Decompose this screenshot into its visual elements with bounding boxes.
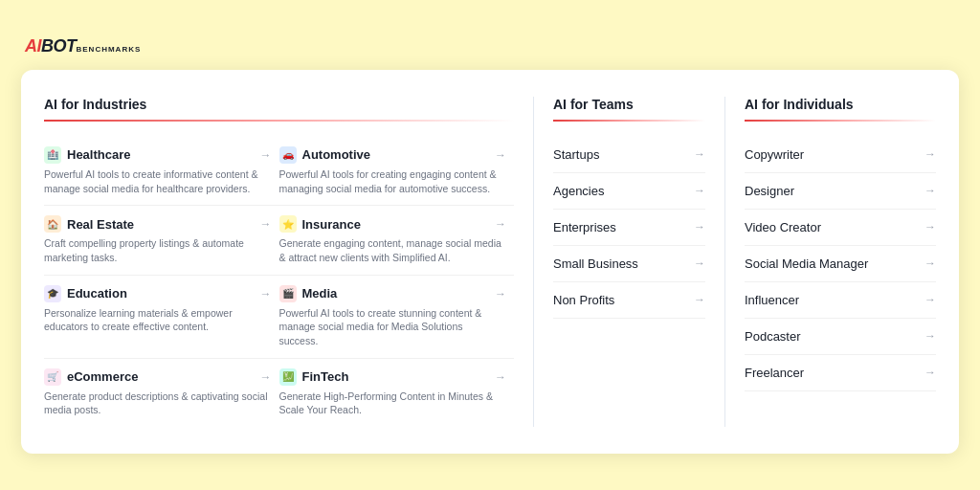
industry-fintech-name: FinTech [302,369,349,384]
teams-divider [553,120,705,122]
realestate-icon: 🏠 [44,215,61,233]
industry-realestate-name: Real Estate [67,217,134,232]
automotive-arrow: → [495,148,506,162]
industry-education-name: Education [67,286,127,301]
industry-healthcare-header: 🏥 Healthcare → [44,146,272,164]
fintech-arrow: → [495,370,506,384]
individual-social-media-manager-label: Social Media Manager [745,256,868,271]
team-agencies-label: Agencies [553,184,604,198]
individuals-section: AI for Individuals Copywriter → Designer… [725,97,936,427]
automotive-desc: Powerful AI tools for creating engaging … [279,167,507,195]
healthcare-icon: 🏥 [44,146,61,164]
logo-bar: AIBOT BENCHMARKS [21,36,959,56]
individual-social-media-manager[interactable]: Social Media Manager → [745,246,936,282]
individual-designer-label: Designer [745,184,794,198]
industry-ecommerce-name: eCommerce [67,369,138,384]
realestate-arrow: → [260,217,272,231]
industry-automotive[interactable]: 🚗 Automotive → Powerful AI tools for cre… [279,137,515,206]
copywriter-arrow: → [924,147,936,161]
insurance-icon: ⭐ [279,215,297,233]
individual-influencer-label: Influencer [745,293,799,307]
industry-insurance[interactable]: ⭐ Insurance → Generate engaging content,… [279,206,515,275]
industry-healthcare-name: Healthcare [67,147,130,162]
industry-automotive-name: Automotive [302,147,371,162]
industry-healthcare[interactable]: 🏥 Healthcare → Powerful AI tools to crea… [44,137,279,206]
logo-ai: AI [25,36,41,56]
industry-fintech-header: 💹 FinTech → [279,368,507,386]
individual-video-creator[interactable]: Video Creator → [745,210,936,246]
healthcare-arrow: → [260,148,272,162]
team-small-business-label: Small Business [553,256,638,271]
industry-fintech[interactable]: 💹 FinTech → Generate High-Performing Con… [279,359,515,427]
team-non-profits[interactable]: Non Profits → [553,282,705,319]
individual-video-creator-label: Video Creator [745,220,821,234]
industry-education-header: 🎓 Education → [44,285,272,302]
individual-designer[interactable]: Designer → [745,173,936,210]
individual-copywriter-label: Copywriter [745,147,804,162]
industries-grid: 🏥 Healthcare → Powerful AI tools to crea… [44,137,514,427]
freelancer-arrow: → [924,366,936,379]
industries-title: AI for Industries [44,97,514,112]
team-agencies[interactable]: Agencies → [553,173,705,210]
insurance-arrow: → [495,217,506,231]
agencies-arrow: → [694,184,705,197]
individual-influencer[interactable]: Influencer → [745,282,936,319]
industry-ecommerce[interactable]: 🛒 eCommerce → Generate product descripti… [44,359,279,427]
individuals-title: AI for Individuals [745,97,936,112]
industry-automotive-header: 🚗 Automotive → [279,146,507,164]
industry-fintech-name-wrap: 💹 FinTech [279,368,349,386]
enterprises-arrow: → [694,220,705,234]
team-small-business[interactable]: Small Business → [553,246,705,282]
team-non-profits-label: Non Profits [553,293,614,307]
education-desc: Personalize learning materials & empower… [44,306,272,334]
realestate-desc: Craft compelling property listings & aut… [44,236,272,264]
ecommerce-arrow: → [260,370,272,384]
individual-copywriter[interactable]: Copywriter → [745,137,936,173]
logo: AIBOT BENCHMARKS [25,36,141,56]
industry-media-name-wrap: 🎬 Media [279,285,338,302]
teams-title: AI for Teams [553,97,705,112]
industry-ecommerce-header: 🛒 eCommerce → [44,368,272,386]
individual-freelancer[interactable]: Freelancer → [745,355,936,391]
healthcare-desc: Powerful AI tools to create informative … [44,167,272,195]
industry-education-name-wrap: 🎓 Education [44,285,127,302]
education-arrow: → [260,287,272,301]
social-media-manager-arrow: → [924,256,936,270]
team-startups-label: Startups [553,147,599,162]
team-startups[interactable]: Startups → [553,137,705,173]
ecommerce-icon: 🛒 [44,368,61,386]
individual-podcaster-label: Podcaster [745,329,801,344]
influencer-arrow: → [924,293,936,306]
industry-insurance-name: Insurance [302,217,361,232]
industry-healthcare-name-wrap: 🏥 Healthcare [44,146,130,164]
media-icon: 🎬 [279,285,297,302]
industry-realestate[interactable]: 🏠 Real Estate → Craft compelling propert… [44,206,279,275]
teams-section: AI for Teams Startups → Agencies → Enter… [534,97,725,427]
industry-realestate-name-wrap: 🏠 Real Estate [44,215,134,233]
logo-sub: BENCHMARKS [77,45,142,54]
industry-media-header: 🎬 Media → [279,285,507,302]
media-desc: Powerful AI tools to create stunning con… [279,306,507,348]
industry-media[interactable]: 🎬 Media → Powerful AI tools to create st… [279,276,515,359]
industry-insurance-name-wrap: ⭐ Insurance [279,215,361,233]
fintech-desc: Generate High-Performing Content in Minu… [279,390,507,417]
podcaster-arrow: → [924,329,936,343]
industry-realestate-header: 🏠 Real Estate → [44,215,272,233]
industry-insurance-header: ⭐ Insurance → [279,215,507,233]
startups-arrow: → [694,147,705,161]
insurance-desc: Generate engaging content, manage social… [279,236,507,264]
individual-freelancer-label: Freelancer [745,366,804,380]
designer-arrow: → [924,184,936,197]
education-icon: 🎓 [44,285,61,302]
industry-automotive-name-wrap: 🚗 Automotive [279,146,371,164]
small-business-arrow: → [694,256,705,270]
page-wrapper: AIBOT BENCHMARKS AI for Industries 🏥 Hea… [21,36,959,454]
industries-section: AI for Industries 🏥 Healthcare → Powerfu… [44,97,534,427]
individual-podcaster[interactable]: Podcaster → [745,319,936,355]
media-arrow: → [495,287,506,301]
industries-divider [44,120,514,122]
team-enterprises[interactable]: Enterprises → [553,210,705,246]
industry-education[interactable]: 🎓 Education → Personalize learning mater… [44,276,279,359]
logo-bot: BOT [41,36,77,56]
main-card: AI for Industries 🏥 Healthcare → Powerfu… [21,70,959,454]
